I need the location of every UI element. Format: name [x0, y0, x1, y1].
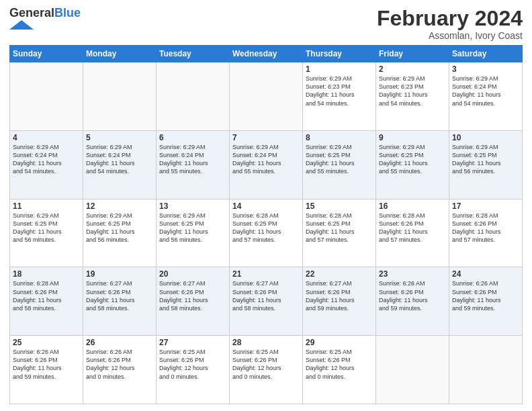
day-info: Sunrise: 6:25 AM Sunset: 6:26 PM Dayligh… [232, 348, 300, 381]
header: GeneralBlue February 2024 Assomlan, Ivor… [9, 7, 523, 41]
table-row: 9Sunrise: 6:29 AM Sunset: 6:25 PM Daylig… [376, 130, 449, 199]
day-number: 22 [306, 269, 373, 279]
day-info: Sunrise: 6:29 AM Sunset: 6:25 PM Dayligh… [13, 212, 80, 244]
day-info: Sunrise: 6:28 AM Sunset: 6:25 PM Dayligh… [232, 212, 300, 244]
day-info: Sunrise: 6:26 AM Sunset: 6:26 PM Dayligh… [13, 348, 80, 381]
day-info: Sunrise: 6:27 AM Sunset: 6:26 PM Dayligh… [86, 279, 153, 312]
day-info: Sunrise: 6:28 AM Sunset: 6:26 PM Dayligh… [13, 279, 80, 312]
day-number: 5 [86, 133, 153, 142]
logo-general: General [9, 6, 54, 19]
location: Assomlan, Ivory Coast [377, 30, 523, 41]
day-number: 8 [306, 133, 373, 142]
calendar-table: Sunday Monday Tuesday Wednesday Thursday… [9, 45, 523, 404]
title-block: February 2024 Assomlan, Ivory Coast [377, 7, 523, 41]
table-row: 1Sunrise: 6:29 AM Sunset: 6:23 PM Daylig… [303, 62, 376, 131]
col-saturday: Saturday [449, 46, 523, 62]
table-row [10, 62, 83, 131]
day-number: 10 [452, 133, 519, 142]
day-number: 29 [306, 338, 373, 347]
calendar-week-row: 18Sunrise: 6:28 AM Sunset: 6:26 PM Dayli… [10, 267, 523, 336]
month-year: February 2024 [377, 7, 523, 30]
day-info: Sunrise: 6:25 AM Sunset: 6:26 PM Dayligh… [306, 348, 373, 381]
table-row: 22Sunrise: 6:27 AM Sunset: 6:26 PM Dayli… [303, 267, 376, 336]
day-info: Sunrise: 6:29 AM Sunset: 6:25 PM Dayligh… [159, 212, 226, 244]
day-number: 11 [13, 201, 80, 211]
day-number: 16 [379, 201, 446, 211]
col-sunday: Sunday [10, 46, 83, 62]
table-row: 7Sunrise: 6:29 AM Sunset: 6:24 PM Daylig… [230, 130, 303, 199]
day-number: 28 [232, 338, 300, 347]
day-info: Sunrise: 6:29 AM Sunset: 6:25 PM Dayligh… [306, 143, 373, 176]
day-number: 27 [159, 338, 226, 347]
day-number: 23 [379, 269, 446, 279]
table-row: 24Sunrise: 6:26 AM Sunset: 6:26 PM Dayli… [449, 267, 523, 336]
table-row: 14Sunrise: 6:28 AM Sunset: 6:25 PM Dayli… [230, 199, 303, 267]
calendar-week-row: 4Sunrise: 6:29 AM Sunset: 6:24 PM Daylig… [10, 130, 523, 199]
day-info: Sunrise: 6:26 AM Sunset: 6:26 PM Dayligh… [379, 279, 446, 312]
table-row [157, 62, 230, 131]
day-number: 12 [86, 201, 153, 211]
table-row: 21Sunrise: 6:27 AM Sunset: 6:26 PM Dayli… [230, 267, 303, 336]
col-tuesday: Tuesday [157, 46, 230, 62]
table-row: 15Sunrise: 6:28 AM Sunset: 6:25 PM Dayli… [303, 199, 376, 267]
logo-text: GeneralBlue [9, 7, 81, 20]
day-info: Sunrise: 6:26 AM Sunset: 6:26 PM Dayligh… [86, 348, 153, 381]
day-info: Sunrise: 6:29 AM Sunset: 6:24 PM Dayligh… [452, 75, 519, 107]
table-row: 28Sunrise: 6:25 AM Sunset: 6:26 PM Dayli… [230, 336, 303, 404]
day-info: Sunrise: 6:29 AM Sunset: 6:23 PM Dayligh… [306, 75, 373, 107]
day-number: 18 [13, 269, 80, 279]
day-number: 13 [159, 201, 226, 211]
col-thursday: Thursday [303, 46, 376, 62]
day-info: Sunrise: 6:27 AM Sunset: 6:26 PM Dayligh… [232, 279, 300, 312]
day-number: 4 [13, 133, 80, 142]
day-info: Sunrise: 6:28 AM Sunset: 6:26 PM Dayligh… [379, 212, 446, 244]
col-friday: Friday [376, 46, 449, 62]
day-info: Sunrise: 6:28 AM Sunset: 6:26 PM Dayligh… [452, 212, 519, 244]
table-row [449, 336, 523, 404]
page: GeneralBlue February 2024 Assomlan, Ivor… [0, 0, 532, 411]
calendar-week-row: 1Sunrise: 6:29 AM Sunset: 6:23 PM Daylig… [10, 62, 523, 131]
day-number: 3 [452, 64, 519, 74]
day-number: 7 [232, 133, 300, 142]
table-row: 26Sunrise: 6:26 AM Sunset: 6:26 PM Dayli… [83, 336, 157, 404]
day-info: Sunrise: 6:29 AM Sunset: 6:25 PM Dayligh… [379, 143, 446, 176]
table-row: 13Sunrise: 6:29 AM Sunset: 6:25 PM Dayli… [157, 199, 230, 267]
col-monday: Monday [83, 46, 157, 62]
day-number: 19 [86, 269, 153, 279]
calendar-week-row: 25Sunrise: 6:26 AM Sunset: 6:26 PM Dayli… [10, 336, 523, 404]
day-number: 9 [379, 133, 446, 142]
table-row: 8Sunrise: 6:29 AM Sunset: 6:25 PM Daylig… [303, 130, 376, 199]
table-row: 17Sunrise: 6:28 AM Sunset: 6:26 PM Dayli… [449, 199, 523, 267]
table-row: 20Sunrise: 6:27 AM Sunset: 6:26 PM Dayli… [157, 267, 230, 336]
table-row: 11Sunrise: 6:29 AM Sunset: 6:25 PM Dayli… [10, 199, 83, 267]
table-row [83, 62, 157, 131]
day-info: Sunrise: 6:29 AM Sunset: 6:24 PM Dayligh… [232, 143, 300, 176]
table-row: 19Sunrise: 6:27 AM Sunset: 6:26 PM Dayli… [83, 267, 157, 336]
logo-blue: Blue [54, 6, 81, 19]
day-number: 24 [452, 269, 519, 279]
table-row [230, 62, 303, 131]
table-row: 5Sunrise: 6:29 AM Sunset: 6:24 PM Daylig… [83, 130, 157, 199]
day-number: 2 [379, 64, 446, 74]
table-row: 6Sunrise: 6:29 AM Sunset: 6:24 PM Daylig… [157, 130, 230, 199]
table-row: 4Sunrise: 6:29 AM Sunset: 6:24 PM Daylig… [10, 130, 83, 199]
day-info: Sunrise: 6:27 AM Sunset: 6:26 PM Dayligh… [159, 279, 226, 312]
day-info: Sunrise: 6:29 AM Sunset: 6:25 PM Dayligh… [452, 143, 519, 176]
table-row: 25Sunrise: 6:26 AM Sunset: 6:26 PM Dayli… [10, 336, 83, 404]
table-row: 16Sunrise: 6:28 AM Sunset: 6:26 PM Dayli… [376, 199, 449, 267]
day-info: Sunrise: 6:26 AM Sunset: 6:26 PM Dayligh… [452, 279, 519, 312]
table-row: 18Sunrise: 6:28 AM Sunset: 6:26 PM Dayli… [10, 267, 83, 336]
col-wednesday: Wednesday [230, 46, 303, 62]
day-info: Sunrise: 6:25 AM Sunset: 6:26 PM Dayligh… [159, 348, 226, 381]
day-number: 6 [159, 133, 226, 142]
svg-marker-0 [9, 20, 34, 30]
calendar-week-row: 11Sunrise: 6:29 AM Sunset: 6:25 PM Dayli… [10, 199, 523, 267]
table-row: 29Sunrise: 6:25 AM Sunset: 6:26 PM Dayli… [303, 336, 376, 404]
day-info: Sunrise: 6:28 AM Sunset: 6:25 PM Dayligh… [306, 212, 373, 244]
day-number: 17 [452, 201, 519, 211]
table-row [376, 336, 449, 404]
table-row: 10Sunrise: 6:29 AM Sunset: 6:25 PM Dayli… [449, 130, 523, 199]
day-number: 20 [159, 269, 226, 279]
day-number: 21 [232, 269, 300, 279]
day-info: Sunrise: 6:29 AM Sunset: 6:24 PM Dayligh… [159, 143, 226, 176]
